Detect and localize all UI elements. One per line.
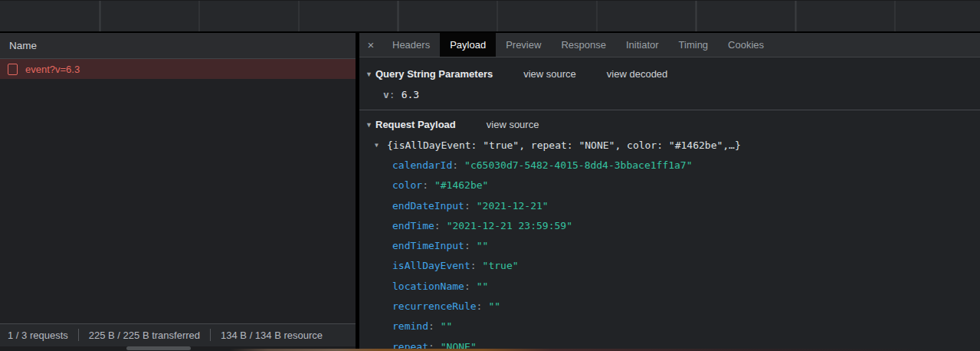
- colon: :: [470, 260, 477, 271]
- payload-entry-color: color:"#1462be": [359, 176, 980, 195]
- view-source-link[interactable]: view source: [523, 68, 576, 80]
- colon: :: [464, 200, 470, 212]
- document-icon: [8, 64, 18, 75]
- collapse-triangle-icon[interactable]: ▼: [365, 121, 375, 129]
- json-key: calendarId: [392, 159, 452, 171]
- param-value: 6.3: [402, 89, 419, 100]
- network-main: Name event?v=6.3 1 / 3 requests 225 B / …: [0, 33, 980, 351]
- json-key: isAllDayEvent: [392, 260, 470, 271]
- colon: :: [428, 341, 434, 351]
- query-string-section: ▼ Query String Parameters view source vi…: [359, 57, 980, 110]
- name-column-header[interactable]: Name: [0, 33, 356, 59]
- json-key: endTime: [392, 220, 434, 231]
- json-value: "NONE": [441, 341, 477, 351]
- json-value: "": [477, 240, 489, 251]
- scrollbar-thumb[interactable]: [126, 346, 191, 350]
- payload-entry-repeat: repeat:"NONE": [359, 336, 980, 351]
- request-row[interactable]: event?v=6.3: [0, 59, 356, 79]
- status-divider: [78, 329, 79, 341]
- detail-tab-bar: × Headers Payload Preview Response Initi…: [359, 33, 980, 57]
- close-icon[interactable]: ×: [359, 33, 382, 57]
- transferred-size: 225 B / 225 B transferred: [89, 330, 200, 341]
- tab-timing[interactable]: Timing: [669, 33, 719, 57]
- network-overview-strip[interactable]: [0, 0, 980, 34]
- payload-entry-endTime: endTime:"2021-12-21 23:59:59": [359, 215, 980, 235]
- view-decoded-link[interactable]: view decoded: [607, 68, 668, 80]
- json-value: "": [441, 320, 453, 332]
- payload-entry-calendarId: calendarId:"c65030d7-5482-4015-8dd4-3bba…: [359, 155, 980, 175]
- json-value: "c65030d7-5482-4015-8dd4-3bbace1ff1a7": [464, 159, 692, 171]
- object-preview-text: {isAllDayEvent: "true", repeat: "NONE", …: [387, 139, 741, 151]
- horizontal-scrollbar[interactable]: [0, 346, 356, 351]
- request-payload-header: ▼ Request Payload view source: [359, 114, 980, 135]
- colon: :: [464, 280, 470, 292]
- json-value: "true": [483, 260, 519, 271]
- colon: :: [422, 179, 428, 191]
- json-key: color: [392, 179, 422, 191]
- json-value: "2021-12-21 23:59:59": [447, 220, 572, 231]
- request-name: event?v=6.3: [25, 64, 80, 75]
- tab-cookies[interactable]: Cookies: [718, 33, 774, 57]
- devtools-network-panel: Name event?v=6.3 1 / 3 requests 225 B / …: [0, 0, 980, 351]
- payload-entry-recurrenceRule: recurrenceRule:"": [359, 296, 980, 316]
- json-key: remind: [392, 320, 428, 332]
- expand-triangle-icon[interactable]: ▼: [375, 142, 382, 149]
- param-name: v: [383, 89, 389, 100]
- json-key: locationName: [392, 280, 464, 292]
- requests-count: 1 / 3 requests: [8, 330, 68, 341]
- request-payload-title: Request Payload: [375, 119, 456, 130]
- json-key: repeat: [392, 341, 428, 351]
- tab-initiator[interactable]: Initiator: [616, 33, 669, 57]
- json-value: "2021-12-21": [477, 200, 549, 212]
- payload-entry-endDateInput: endDateInput:"2021-12-21": [359, 195, 980, 215]
- payload-entry-remind: remind:"": [359, 317, 980, 336]
- payload-entry-locationName: locationName:"": [359, 276, 980, 296]
- json-key: recurrenceRule: [392, 300, 477, 312]
- name-column-label: Name: [9, 40, 37, 51]
- json-value: "#1462be": [434, 179, 488, 191]
- colon: :: [464, 240, 470, 251]
- view-source-link[interactable]: view source: [487, 119, 539, 130]
- query-string-header: ▼ Query String Parameters view source vi…: [359, 64, 980, 84]
- query-param-row: v:6.3: [359, 84, 980, 105]
- status-divider: [210, 329, 211, 341]
- colon: :: [389, 89, 395, 100]
- tab-response[interactable]: Response: [551, 33, 616, 57]
- tab-preview[interactable]: Preview: [496, 33, 551, 57]
- json-key: endTimeInput: [392, 240, 464, 251]
- colon: :: [452, 159, 458, 171]
- colon: :: [428, 320, 434, 332]
- json-key: endDateInput: [392, 200, 464, 212]
- colon: :: [434, 220, 441, 231]
- payload-entry-isAllDayEvent: isAllDayEvent:"true": [359, 256, 980, 276]
- tab-headers[interactable]: Headers: [382, 33, 440, 57]
- request-details-panel: × Headers Payload Preview Response Initi…: [359, 33, 980, 351]
- resource-size: 134 B / 134 B resource: [221, 330, 323, 341]
- query-string-title: Query String Parameters: [375, 68, 493, 80]
- json-value: "": [477, 280, 489, 292]
- collapse-triangle-icon[interactable]: ▼: [365, 71, 375, 78]
- requests-panel: Name event?v=6.3 1 / 3 requests 225 B / …: [0, 33, 356, 351]
- payload-entry-endTimeInput: endTimeInput:"": [359, 235, 980, 255]
- request-payload-section: ▼ Request Payload view source ▼ {isAllDa…: [359, 110, 980, 351]
- tab-payload[interactable]: Payload: [440, 33, 496, 57]
- json-value: "": [488, 300, 500, 312]
- colon: :: [477, 300, 483, 312]
- payload-object-preview: ▼ {isAllDayEvent: "true", repeat: "NONE"…: [359, 135, 980, 155]
